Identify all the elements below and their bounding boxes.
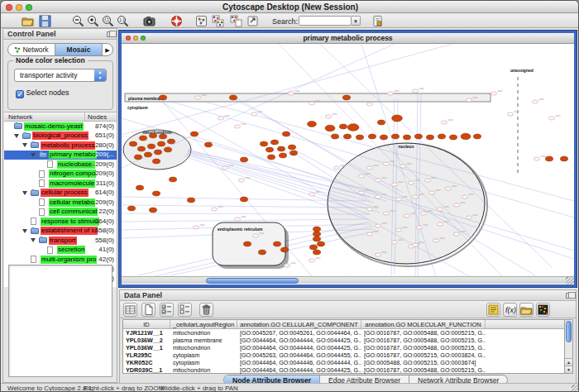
zoom-out-icon[interactable] xyxy=(72,15,84,27)
plugin-manager-icon[interactable] xyxy=(371,15,384,27)
folder-icon xyxy=(31,228,39,234)
node-color-dropdown[interactable]: transporter activity ▲▼ xyxy=(14,69,107,82)
attribute-table-icon[interactable] xyxy=(123,303,137,317)
expand-triangle-icon[interactable] xyxy=(22,229,27,233)
search-dropdown-arrow[interactable]: ▼ xyxy=(352,16,361,26)
tree-row[interactable]: establishment of lo558(0) xyxy=(4,227,117,237)
transporter-node xyxy=(342,95,350,100)
attribute-table-header[interactable]: ID _cellularLayoutRegion annotation.GO C… xyxy=(123,320,565,329)
zoom-fit-icon[interactable]: 1:1 xyxy=(117,15,129,27)
tree-row-count: 651(0) xyxy=(95,131,114,140)
tree-row[interactable]: cell communicat22(0) xyxy=(4,208,117,218)
search-input[interactable] xyxy=(299,16,352,26)
birdseye-view[interactable] xyxy=(8,265,112,377)
window-resize-grip[interactable] xyxy=(572,385,579,392)
tree-row[interactable]: biological_process651(0) xyxy=(4,131,117,141)
network-canvas[interactable]: plasma membranecytoplasmmitochondrionnuc… xyxy=(122,44,574,276)
tree-row-label[interactable]: response to stimulu xyxy=(41,218,99,226)
select-nodes-checkbox[interactable]: ✓ xyxy=(16,90,24,98)
tab-network[interactable]: Network xyxy=(8,44,55,55)
tree-row[interactable]: transport558(0) xyxy=(4,236,117,246)
select-nodes-checkrow: ✓ Select nodes xyxy=(16,88,69,100)
tree-row[interactable]: macromolecule311(0) xyxy=(4,179,117,189)
vscroll-thumb[interactable] xyxy=(566,321,572,342)
attribute-editor-icon[interactable] xyxy=(486,303,500,317)
tree-row-label[interactable]: cellular metabo xyxy=(49,198,95,207)
tree-row[interactable]: secretion41(0) xyxy=(4,246,117,256)
folder-icon xyxy=(14,123,22,129)
network-view-titlebar[interactable]: primary metabolic process xyxy=(122,33,574,44)
vizmapper-edit-icon[interactable] xyxy=(230,15,242,27)
tree-row[interactable]: nucleobase-209(0) xyxy=(4,160,117,170)
tree-row[interactable]: metabolic process280(0) xyxy=(4,141,117,151)
tree-row[interactable]: response to stimulu264(0) xyxy=(4,217,117,227)
tree-row[interactable]: cellular metabo209(0) xyxy=(4,198,117,208)
network-manager-icon[interactable] xyxy=(195,15,208,27)
tree-row-label[interactable]: cell communicat xyxy=(49,208,98,216)
annotation-icon[interactable] xyxy=(246,15,259,27)
tree-row-label[interactable]: macromolecule xyxy=(49,179,95,188)
gene-node xyxy=(383,212,389,215)
table-row[interactable]: YJR121W__1mitochondrion[GO:0045267, GO:0… xyxy=(123,329,565,337)
tree-row[interactable]: primary metabo209(... xyxy=(4,151,117,160)
network-tree-header: Network Nodes xyxy=(4,112,117,122)
float-data-panel-icon[interactable] xyxy=(566,293,572,299)
transporter-node xyxy=(313,237,320,241)
table-row[interactable]: YPL036W__2plasma membrane[GO:0044464, GO… xyxy=(123,337,565,344)
new-attribute-icon[interactable] xyxy=(141,303,156,317)
tree-row[interactable]: multi-organism pro42(0) xyxy=(4,255,117,265)
transporter-node xyxy=(343,134,351,139)
import-attributes-icon[interactable] xyxy=(519,303,534,317)
open-session-button[interactable] xyxy=(22,15,34,27)
network-resize-grip[interactable] xyxy=(566,276,574,284)
help-lifering-icon[interactable] xyxy=(170,15,183,27)
expand-triangle-icon[interactable] xyxy=(22,143,27,147)
tree-row[interactable]: nitrogen compo209(0) xyxy=(4,170,117,179)
delete-attribute-trash-icon[interactable] xyxy=(199,303,213,317)
network-hscrollbar[interactable] xyxy=(122,276,574,284)
table-vscrollbar[interactable]: ▲ ▼ xyxy=(564,319,573,374)
zoom-in-icon[interactable] xyxy=(87,15,99,27)
tab-mosaic[interactable]: Mosaic xyxy=(55,44,102,55)
table-cell: [GO:0016787, GO:0005488, GO:0005215, G..… xyxy=(361,337,486,344)
table-row[interactable]: YLR295Ccytoplasm[GO:0045263, GO:0044464,… xyxy=(123,351,565,359)
expand-triangle-icon[interactable] xyxy=(14,134,19,138)
zoom-selected-icon[interactable] xyxy=(102,15,114,27)
select-attributes-icon[interactable] xyxy=(160,303,174,317)
expand-triangle-icon[interactable] xyxy=(22,191,27,195)
expand-triangle-icon[interactable] xyxy=(31,238,36,242)
tree-row-label[interactable]: primary metabo xyxy=(49,151,97,159)
tree-row-label[interactable]: secretion xyxy=(57,246,85,254)
float-panel-icon[interactable] xyxy=(107,31,113,37)
tree-row-label[interactable]: nucleobase- xyxy=(57,160,95,169)
tree-row[interactable]: cellular process614(0) xyxy=(4,189,117,198)
tab-overflow-arrow[interactable]: ▶ xyxy=(102,44,112,55)
vizmapper-icon[interactable] xyxy=(212,15,224,27)
function-builder-icon[interactable]: f(x) xyxy=(503,303,517,317)
gene-node-label xyxy=(200,225,205,226)
tree-row-label[interactable]: nitrogen compo xyxy=(49,170,96,178)
snapshot-camera-icon[interactable] xyxy=(143,15,156,27)
hscroll-thumb[interactable] xyxy=(206,278,299,284)
gene-node-label xyxy=(419,88,424,89)
table-row[interactable]: YPL036W__1mitochondrion[GO:0044464, GO:0… xyxy=(123,344,565,351)
table-row[interactable]: YKR052Ccytoplasm[GO:0044464, GO:0044446,… xyxy=(123,359,565,366)
unselect-attributes-icon[interactable] xyxy=(178,303,192,317)
table-row[interactable]: YDR039C__1mitochondrion[GO:0044464, GO:0… xyxy=(123,366,565,374)
tree-row-label[interactable]: mosaic-demo-yeast xyxy=(24,122,84,131)
tree-row[interactable]: mosaic-demo-yeast874(0) xyxy=(4,122,117,131)
scroll-up-arrow[interactable]: ▲ xyxy=(565,358,572,366)
tree-row-label[interactable]: multi-organism pro xyxy=(41,256,97,264)
gene-node xyxy=(211,208,217,211)
save-session-button[interactable] xyxy=(39,15,51,27)
tree-row-label[interactable]: transport xyxy=(49,237,77,245)
attribute-matrix-icon[interactable] xyxy=(536,303,550,317)
tree-row-label[interactable]: cellular process xyxy=(41,189,89,197)
expand-triangle-icon[interactable] xyxy=(31,153,36,157)
transporter-node xyxy=(339,124,347,129)
tree-row-label[interactable]: establishment of lo xyxy=(41,227,98,235)
tree-row-label[interactable]: metabolic process xyxy=(41,141,95,150)
gene-node-label xyxy=(432,178,437,179)
scroll-down-arrow[interactable]: ▼ xyxy=(565,366,572,373)
tree-row-label[interactable]: biological_process xyxy=(32,131,89,140)
